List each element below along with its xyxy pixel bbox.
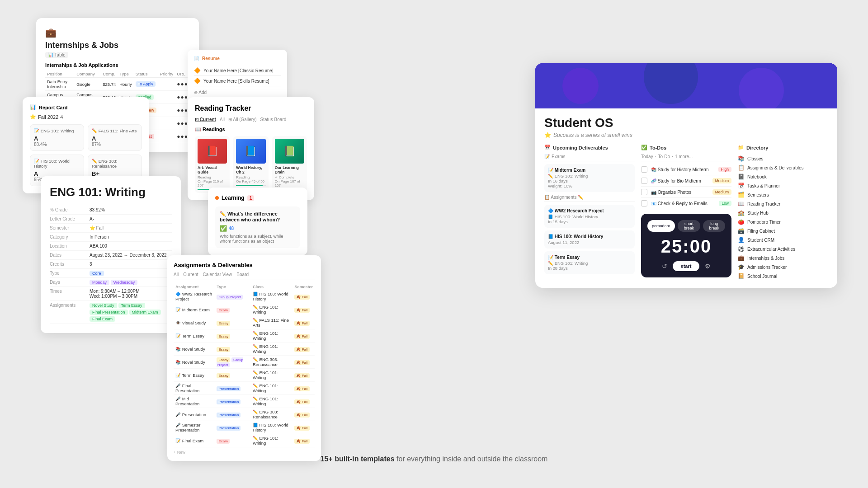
crm-icon: 👤 [738, 237, 745, 243]
three-col-layout: 📅 Upcoming Deliverables 📝 Exams 📝 Midter… [544, 145, 828, 281]
dir-assignments[interactable]: 📋 Assignments & Deliverables [738, 163, 828, 172]
dir-notebook[interactable]: 📓 Notebook [738, 172, 828, 181]
reading-tracker-card: Reading Tracker ⊡ Current All ⊞ All (Gal… [188, 97, 314, 200]
reading-tracker-tabs: ⊡ Current All ⊞ All (Gallery) Status Boa… [195, 117, 307, 122]
tab-gallery[interactable]: ⊞ All (Gallery) [228, 117, 256, 122]
new-button[interactable]: + New [174, 450, 315, 455]
semesters-icon: 🗂️ [738, 192, 745, 198]
dir-study-hub[interactable]: 🏫 Study Hub [738, 208, 828, 217]
prop-val-letter: A- [90, 216, 94, 221]
resume-icon: 📄 [194, 56, 199, 61]
table-row: 📝 Term EssayEssay✏️ ENG 101: Writing🍂 Fa… [174, 369, 315, 382]
panel-body: Student OS ⭐ Success is a series of smal… [535, 108, 837, 288]
tab-calendar[interactable]: Calendar View [203, 272, 232, 277]
tab-todo[interactable]: To-Do [658, 154, 670, 159]
prop-label-times: Times [50, 289, 86, 294]
todo-checkbox-1[interactable] [641, 166, 647, 173]
dir-extracurricular[interactable]: ⚽ Extracurricular Activities [738, 244, 828, 253]
prop-val-semester: ⭐ Fall [90, 225, 104, 230]
classes-icon: 📚 [738, 155, 745, 162]
tab-all[interactable]: All [220, 117, 225, 122]
table-row: 🎤 PresentationPresentation✏️ ENG 303: Re… [174, 408, 315, 421]
course-label-3: 📝 HIS 100: World History [34, 159, 80, 169]
start-button[interactable]: start [673, 261, 700, 271]
book-card-2: 📘 World History, Ch 2 Reading On Page 45… [233, 136, 268, 193]
resume-item-skills[interactable]: 🔶 Your Name Here [Skills Resume] [194, 76, 281, 86]
svg-point-2 [547, 63, 596, 106]
tab-current[interactable]: Current [183, 272, 198, 277]
doc-icon: 🔶 [194, 67, 201, 74]
grade-item-1: 📝 ENG 101: Writing A 88.4% [30, 124, 84, 151]
pomodoro-btn[interactable]: pomodoro [647, 220, 675, 232]
report-title: Report Card [39, 105, 68, 110]
svg-rect-1 [535, 63, 837, 108]
todo-checkbox-2[interactable] [641, 178, 647, 184]
table-row: 📚 Novel StudyEssay✏️ ENG 101: Writing🍂 F… [174, 343, 315, 356]
prop-assignments: Assignments Novel Study Term Essay Final… [50, 301, 172, 324]
short-break-btn[interactable]: short break [678, 220, 701, 232]
prop-location: Location ABA 100 [50, 242, 172, 251]
prop-val-location: ABA 100 [90, 244, 107, 249]
tab-more[interactable]: 1 more... [675, 154, 693, 159]
resume-item-label-2: Your Name Here [Skills Resume] [203, 79, 269, 84]
prop-label-letter: Letter Grade [50, 216, 86, 221]
col-type: Type [118, 70, 133, 78]
deliverable-course-2: 📘 HIS 100: World History [548, 214, 631, 219]
study-hub-icon: 🏫 [738, 210, 745, 216]
todo-text-3: 📷 Organize Photos [651, 190, 709, 195]
long-break-btn[interactable]: long break [703, 220, 725, 232]
course-label: 📝 ENG 101: Writing [34, 128, 80, 133]
prop-val-assignments: Novel Study Term Essay Final Presentatio… [90, 303, 172, 322]
prop-dates: Dates August 23, 2022 → December 3, 2022 [50, 251, 172, 260]
book-cover-1: 📕 [198, 139, 227, 164]
deliverable-midterm: 📝 Midterm Exam ✏️ ENG 101: Writing In 16… [544, 164, 635, 192]
prop-val-category: In Person [90, 235, 109, 239]
add-button[interactable]: ⊕ Add [194, 90, 281, 95]
deliverable-ww2: 🔷 WW2 Research Project 📘 HIS 100: World … [544, 205, 635, 228]
dir-reading-tracker[interactable]: 📖 Reading Tracker [738, 199, 828, 208]
todo-checkbox-4[interactable] [641, 200, 647, 206]
pomodoro-controls: ↺ start ⚙ [647, 261, 725, 271]
book-cover-2: 📘 [236, 139, 265, 164]
tab-board[interactable]: Board [236, 272, 249, 277]
svg-point-3 [594, 63, 657, 108]
dir-student-crm[interactable]: 👤 Student CRM [738, 235, 828, 244]
resume-item-classic[interactable]: 🔶 Your Name Here [Classic Resume] [194, 66, 281, 76]
dir-admissions[interactable]: 🎓 Admissions Tracker [738, 263, 828, 272]
book-page-3: On Page 107 of 107 [275, 179, 304, 188]
dir-tasks[interactable]: 📅 Tasks & Planner [738, 181, 828, 190]
settings-icon[interactable]: ⚙ [705, 263, 711, 270]
dir-semesters[interactable]: 🗂️ Semesters [738, 190, 828, 199]
tab-today[interactable]: Today [641, 154, 653, 159]
pomodoro-buttons: pomodoro short break long break [647, 220, 725, 232]
tab-status-board[interactable]: Status Board [260, 117, 286, 122]
dir-pomodoro[interactable]: 🍅 Pomodoro Timer [738, 217, 828, 226]
tab-current[interactable]: ⊡ Current [195, 117, 216, 122]
table-row: 🎤 Mid PresentationPresentation✏️ ENG 101… [174, 395, 315, 408]
reset-icon[interactable]: ↺ [662, 263, 667, 270]
learning-question: ✏️ What's the difference between who and… [220, 211, 296, 222]
book-page-1: On Page 210 of 257 [198, 179, 227, 188]
tab-all[interactable]: All [174, 272, 179, 277]
bottom-tagline: 15+ built-in templates for everything in… [321, 455, 548, 463]
col-position: Position [45, 70, 75, 78]
dir-filing[interactable]: 🗃️ Filing Cabinet [738, 226, 828, 235]
deliverable-term-essay: 📝 Term Essay ✏️ ENG 101: Writing In 28 d… [544, 251, 635, 274]
directory-title: 📁 Directory [738, 145, 828, 150]
book-card-1: 📕 Art: Visual Guide Reading On Page 210 … [195, 136, 230, 193]
dir-internships[interactable]: 💼 Internships & Jobs [738, 253, 828, 263]
motivational-text: ⭐ Success is a series of small wins [544, 132, 828, 138]
prop-val-days: Monday Wednesday [90, 280, 137, 285]
svg-rect-7 [535, 90, 837, 108]
todo-checkbox-3[interactable] [641, 189, 647, 195]
svg-point-5 [757, 68, 811, 108]
prop-val-times: Mon: 9:30AM – 12:00PM Wed: 1:00PM – 3:00… [90, 289, 140, 299]
internships-tag: 📊 Table [45, 52, 68, 58]
dir-journal[interactable]: 📔 School Journal [738, 272, 828, 281]
grade-letter-2: A [92, 135, 138, 142]
deliverable-his: 📘 HIS 100: World History August 11, 2022 [544, 230, 635, 249]
deliverable-days-1: In 16 days [548, 178, 631, 183]
dir-classes[interactable]: 📚 Classes [738, 154, 828, 163]
prop-credits: Credits 3 [50, 260, 172, 269]
internships-icon: 💼 [45, 27, 190, 38]
